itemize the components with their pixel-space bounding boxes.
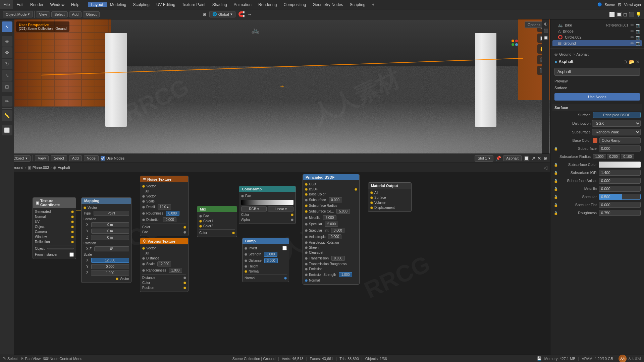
- bump-strength[interactable]: 3.000: [264, 252, 277, 257]
- rotate-tool[interactable]: ↻: [2, 59, 12, 69]
- base-color-swatch[interactable]: [593, 138, 597, 143]
- tab-animation[interactable]: Animation: [230, 2, 255, 7]
- ne-add-btn[interactable]: Add: [69, 155, 82, 161]
- ss-radius-x[interactable]: 1.000: [593, 154, 606, 159]
- menu-render[interactable]: Render: [27, 0, 47, 9]
- snap-icon[interactable]: 🧲: [238, 11, 245, 17]
- cursor-tool[interactable]: ⊕: [2, 36, 12, 47]
- mat-name-input[interactable]: [554, 68, 640, 76]
- collection-item-bridge[interactable]: △ Bridge 👁 📷: [552, 28, 642, 34]
- tab-geometry-nodes[interactable]: Geometry Nodes: [309, 2, 346, 7]
- viewport-display-1[interactable]: ⬜: [609, 12, 615, 17]
- roughness-lock[interactable]: 🔒: [554, 211, 558, 215]
- menu-edit[interactable]: Edit: [13, 0, 27, 9]
- add-cube-tool[interactable]: ⬜: [2, 125, 12, 135]
- use-nodes-checkbox[interactable]: Use Nodes: [101, 156, 124, 161]
- tab-shading[interactable]: Shading: [209, 2, 230, 7]
- mat-open-icon[interactable]: 📂: [629, 59, 635, 64]
- specular-tint-value[interactable]: 0.000: [599, 202, 641, 208]
- tab-rendering[interactable]: Rendering: [255, 2, 280, 7]
- use-nodes-check[interactable]: [101, 156, 105, 161]
- menu-file[interactable]: File: [0, 0, 13, 9]
- object-btn[interactable]: Object: [83, 11, 100, 17]
- node-colorramp[interactable]: ColorRamp Fac RGB ▾ Linear ▾ Color Alpha: [239, 186, 296, 224]
- bike-cam[interactable]: 📷: [636, 23, 641, 27]
- viewlayer-label[interactable]: ViewLayer: [624, 3, 641, 7]
- subsurface-value[interactable]: 0.000: [599, 145, 641, 152]
- ss-color-lock[interactable]: 🔒: [554, 163, 558, 167]
- ss-aniso-value[interactable]: 0.000: [599, 178, 641, 184]
- ss-aniso-lock[interactable]: 🔒: [554, 179, 558, 183]
- map-loc-y[interactable]: 0 m: [91, 229, 129, 234]
- viewport-display-3[interactable]: ◻: [623, 12, 627, 17]
- bridge-eye[interactable]: 👁: [630, 29, 634, 33]
- add-btn[interactable]: Add: [69, 11, 82, 17]
- noise-detail[interactable]: 12.0 ▸: [158, 204, 171, 209]
- use-nodes-button[interactable]: Use Nodes: [554, 93, 640, 101]
- collection-item-circle[interactable]: ⭕ Circle.002 👁 📷: [552, 34, 642, 40]
- collection-item-ground[interactable]: ▦ Ground 👁 📷: [552, 40, 642, 46]
- map-scale-z[interactable]: 1.000: [91, 270, 129, 276]
- metallic-value[interactable]: 0.000: [599, 186, 641, 192]
- slot-btn[interactable]: Slot 1 ▾: [475, 155, 493, 162]
- scene-label[interactable]: Scene: [605, 3, 615, 7]
- tab-layout[interactable]: Layout: [88, 2, 107, 7]
- tab-modeling[interactable]: Modeling: [107, 2, 130, 7]
- nb-collapse-icon[interactable]: ◁: [544, 165, 547, 170]
- collection-item-bike[interactable]: 🚲 Bike Reference.001 👁 📷: [552, 22, 642, 28]
- specular-value[interactable]: 0.500: [599, 194, 641, 200]
- measure-tool[interactable]: 📏: [2, 110, 12, 121]
- vp-side-1[interactable]: ◐: [543, 21, 549, 27]
- mat-close-icon[interactable]: ✕: [636, 59, 640, 64]
- map-scale-x[interactable]: 12.000: [91, 258, 129, 263]
- node-material-output[interactable]: Material Output All Surface Volume Displ…: [368, 182, 412, 212]
- vp-side-2[interactable]: ⬛: [543, 28, 549, 34]
- node-editor-canvas[interactable]: RRCG 人人素材 RRCG ▣ Texture Coordinate Gene…: [14, 172, 550, 355]
- ne-mat-btn[interactable]: Asphalt: [503, 155, 522, 161]
- scale-tool[interactable]: ⤡: [2, 70, 12, 81]
- nb-plane[interactable]: Plane.003: [33, 166, 49, 170]
- ss-ior-lock[interactable]: 🔒: [554, 171, 558, 175]
- specular-tint-lock[interactable]: 🔒: [554, 203, 558, 207]
- viewport-display-4[interactable]: ⬛: [629, 12, 634, 17]
- ne-icon-2[interactable]: ↗: [531, 156, 535, 161]
- tc-from-inst-check[interactable]: [69, 252, 74, 257]
- dist-select[interactable]: GGX: [592, 120, 641, 127]
- select-tool[interactable]: ↖: [2, 21, 12, 32]
- bump-invert[interactable]: [282, 246, 287, 250]
- ne-select-btn[interactable]: Select: [51, 155, 67, 161]
- circle-eye[interactable]: 👁: [630, 35, 634, 39]
- node-mix[interactable]: Mix Fac Color1 Color2 Color: [197, 206, 237, 237]
- node-texture-coordinate[interactable]: ▣ Texture Coordinate Generated Normal UV…: [33, 197, 76, 259]
- tab-compositing[interactable]: Compositing: [280, 2, 309, 7]
- ss-radius-y[interactable]: 0.200: [607, 154, 620, 159]
- ne-icon-1[interactable]: 🔲: [524, 156, 529, 161]
- mat-new-icon[interactable]: 🗋: [623, 59, 628, 64]
- viewport-display-2[interactable]: 🔲: [616, 12, 622, 17]
- ne-node-btn[interactable]: Node: [84, 155, 99, 161]
- node-mapping[interactable]: Mapping Vector Type Point Location X 0 m: [81, 197, 131, 283]
- select-btn[interactable]: Select: [51, 11, 68, 17]
- circle-cam[interactable]: 📷: [636, 35, 641, 40]
- object-mode-btn[interactable]: Object Mode ▾: [3, 11, 33, 17]
- transform-tool[interactable]: ⊞: [2, 81, 12, 92]
- tab-add[interactable]: +: [369, 2, 378, 7]
- bump-dist[interactable]: 3.000: [264, 258, 278, 263]
- ne-icon-3[interactable]: ⊕: [543, 156, 547, 161]
- move-tool[interactable]: ✥: [2, 47, 12, 58]
- view-btn[interactable]: View: [36, 11, 50, 17]
- annotate-tool[interactable]: ✏: [2, 96, 12, 107]
- menu-window[interactable]: Window: [47, 0, 68, 9]
- map-type[interactable]: Point: [94, 211, 129, 216]
- node-bump[interactable]: Bump Invert Strength 3.000 Distance 3.00…: [242, 238, 289, 282]
- tab-scripting[interactable]: Scripting: [346, 2, 369, 7]
- ground-cam[interactable]: 📷: [636, 41, 641, 46]
- viewport-rendered[interactable]: 💡: [636, 12, 641, 17]
- tc-obj-field[interactable]: [47, 248, 74, 249]
- node-noise-texture[interactable]: ≋ Noise Texture Vector 3D Vector Scale: [140, 176, 189, 236]
- specular-lock[interactable]: 🔒: [554, 195, 558, 199]
- tab-texture-paint[interactable]: Texture Paint: [179, 2, 209, 7]
- node-principled-bsdf[interactable]: Principled BSDF GGX BSDF Base Color: [303, 174, 360, 285]
- tab-sculpting[interactable]: Sculpting: [130, 2, 153, 7]
- vor-scale[interactable]: 12.000: [157, 261, 171, 266]
